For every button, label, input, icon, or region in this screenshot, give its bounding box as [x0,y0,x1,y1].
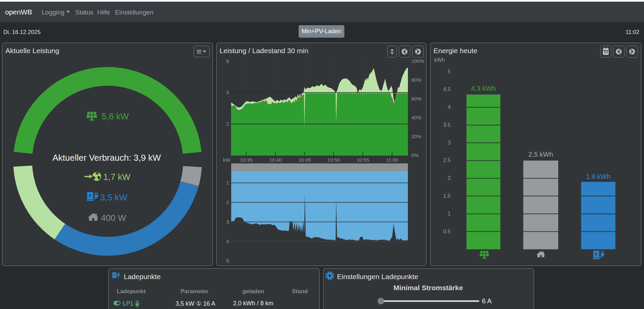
svg-text:11:00: 11:00 [386,157,398,163]
svg-text:kWh: kWh [434,57,445,63]
svg-text:0.5: 0.5 [443,229,451,234]
svg-text:3: 3 [448,140,451,146]
svg-text:3: 3 [226,219,229,225]
svg-text:kW: kW [223,157,231,163]
svg-text:4: 4 [226,238,229,244]
svg-text:5: 5 [448,69,451,74]
svg-text:20%: 20% [411,133,421,139]
svg-text:40%: 40% [411,115,421,120]
svg-text:10:50: 10:50 [327,157,340,163]
svg-text:0%: 0% [411,152,419,158]
svg-text:6: 6 [226,58,229,64]
svg-text:2.5: 2.5 [443,157,451,163]
svg-text:1: 1 [226,180,229,186]
svg-text:80%: 80% [411,77,421,83]
svg-text:5: 5 [226,258,229,264]
svg-text:2: 2 [448,175,451,181]
svg-text:10:40: 10:40 [269,157,282,163]
svg-text:4: 4 [226,89,229,95]
svg-text:60%: 60% [411,96,421,102]
svg-text:10:35: 10:35 [240,157,253,163]
svg-text:2: 2 [226,121,229,127]
svg-text:2: 2 [226,199,229,205]
svg-text:3.5: 3.5 [443,122,451,128]
svg-text:4: 4 [448,104,451,110]
svg-text:1: 1 [448,211,451,217]
svg-text:4.5: 4.5 [443,86,451,92]
svg-text:10:55: 10:55 [356,157,369,163]
svg-text:1.5: 1.5 [443,193,451,199]
svg-text:100%: 100% [411,58,424,64]
svg-text:10:45: 10:45 [298,157,311,163]
